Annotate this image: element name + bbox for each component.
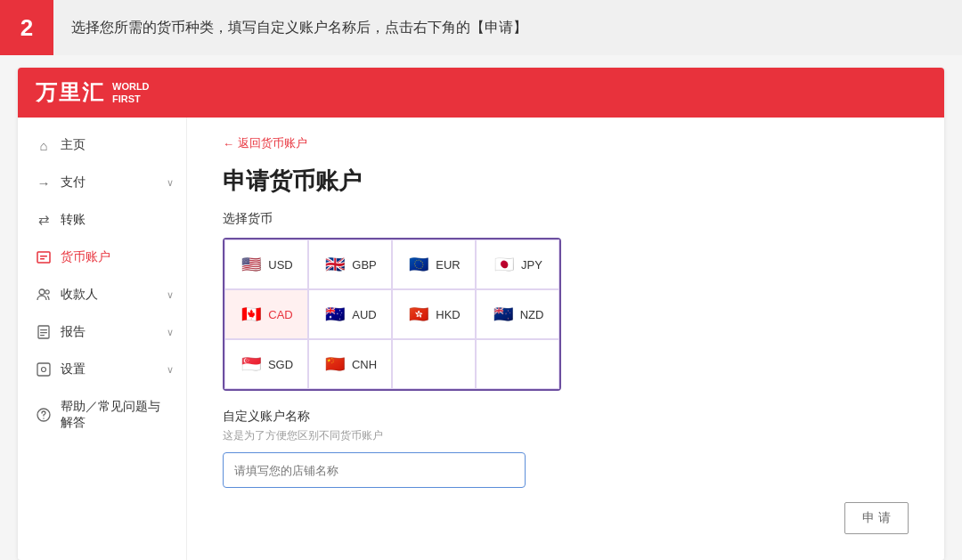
- home-icon: ⌂: [36, 137, 52, 153]
- flag-cad: 🇨🇦: [240, 303, 263, 326]
- flag-usd: 🇺🇸: [240, 253, 263, 276]
- chevron-down-icon-settings: ∨: [167, 364, 174, 376]
- back-link-text: 返回货币账户: [238, 135, 307, 151]
- currency-code-sgd: SGD: [268, 358, 293, 371]
- currency-code-aud: AUD: [352, 308, 376, 321]
- sidebar-item-settings[interactable]: 设置 ∨: [18, 351, 186, 388]
- currency-empty-2: [476, 339, 559, 389]
- svg-rect-2: [40, 258, 45, 260]
- currency-gbp[interactable]: 🇬🇧 GBP: [308, 239, 392, 289]
- main-content: ← 返回货币账户 申请货币账户 选择货币 🇺🇸 USD 🇬🇧 GBP: [187, 118, 944, 560]
- currency-section-label: 选择货币: [223, 211, 909, 227]
- flag-gbp: 🇬🇧: [323, 253, 346, 276]
- settings-icon: [36, 361, 52, 377]
- svg-rect-8: [40, 335, 45, 336]
- chevron-down-icon-reports: ∨: [167, 327, 174, 338]
- submit-button[interactable]: 申 请: [844, 502, 909, 534]
- sidebar-label-accounts: 货币账户: [61, 249, 110, 265]
- currency-code-eur: EUR: [436, 258, 460, 272]
- sidebar-label-transfer: 转账: [61, 212, 86, 228]
- currency-code-gbp: GBP: [352, 258, 376, 272]
- sidebar-label-settings: 设置: [61, 361, 86, 377]
- content-area: ⌂ 主页 → 支付 ∨ ⇄ 转账 货币账户: [18, 118, 944, 560]
- chevron-down-icon-recipients: ∨: [167, 289, 174, 301]
- currency-usd[interactable]: 🇺🇸 USD: [224, 239, 308, 289]
- sidebar-item-recipients[interactable]: 收款人 ∨: [18, 276, 186, 313]
- svg-rect-0: [37, 252, 50, 263]
- flag-sgd: 🇸🇬: [240, 353, 263, 376]
- back-link[interactable]: ← 返回货币账户: [223, 135, 909, 151]
- svg-rect-1: [40, 256, 47, 257]
- back-arrow-icon: ←: [223, 137, 234, 150]
- accounts-icon: [36, 249, 52, 265]
- app-wrapper: 万里汇 WORLD FIRST ⌂ 主页 → 支付 ∨ ⇄ 转账: [18, 68, 944, 560]
- svg-rect-7: [40, 332, 47, 333]
- sidebar-item-home[interactable]: ⌂ 主页: [18, 126, 186, 164]
- account-name-section: 自定义账户名称 这是为了方便您区别不同货币账户: [223, 409, 909, 488]
- currency-code-nzd: NZD: [520, 308, 544, 321]
- currency-cnh[interactable]: 🇨🇳 CNH: [308, 339, 392, 389]
- account-name-hint: 这是为了方便您区别不同货币账户: [223, 428, 909, 443]
- svg-point-4: [45, 290, 49, 294]
- sidebar-item-accounts[interactable]: 货币账户: [18, 239, 186, 276]
- brand-logo-cn: 万里汇: [36, 78, 105, 107]
- currency-jpy[interactable]: 🇯🇵 JPY: [476, 239, 559, 289]
- sidebar-item-transfer[interactable]: ⇄ 转账: [18, 201, 186, 239]
- currency-aud[interactable]: 🇦🇺 AUD: [308, 289, 392, 339]
- help-icon: [36, 407, 52, 423]
- account-name-input[interactable]: [223, 452, 526, 488]
- currency-code-hkd: HKD: [436, 308, 460, 321]
- sidebar-label-help: 帮助／常见问题与解答: [61, 399, 168, 431]
- instruction-text: 选择您所需的货币种类，填写自定义账户名称后，点击右下角的【申请】: [71, 19, 527, 37]
- recipients-icon: [36, 287, 52, 303]
- sidebar: ⌂ 主页 → 支付 ∨ ⇄ 转账 货币账户: [18, 118, 187, 560]
- instruction-number: 2: [0, 0, 53, 55]
- flag-nzd: 🇳🇿: [492, 303, 515, 326]
- submit-area: 申 请: [223, 502, 909, 534]
- svg-rect-6: [40, 329, 47, 330]
- sidebar-label-home: 主页: [61, 137, 86, 153]
- flag-aud: 🇦🇺: [323, 303, 346, 326]
- currency-code-cad: CAD: [268, 308, 292, 321]
- flag-eur: 🇪🇺: [407, 253, 430, 276]
- account-name-label: 自定义账户名称: [223, 409, 909, 425]
- transfer-icon: ⇄: [36, 212, 52, 228]
- flag-jpy: 🇯🇵: [493, 253, 516, 276]
- page-title: 申请货币账户: [223, 166, 909, 197]
- svg-point-3: [39, 289, 45, 295]
- sidebar-label-reports: 报告: [61, 324, 86, 340]
- currency-hkd[interactable]: 🇭🇰 HKD: [392, 289, 476, 339]
- sidebar-label-pay: 支付: [61, 174, 86, 191]
- flag-hkd: 🇭🇰: [407, 303, 430, 326]
- currency-nzd[interactable]: 🇳🇿 NZD: [476, 289, 559, 339]
- brand-header: 万里汇 WORLD FIRST: [18, 68, 944, 118]
- brand-logo-en: WORLD FIRST: [112, 80, 150, 106]
- currency-sgd[interactable]: 🇸🇬 SGD: [224, 339, 308, 389]
- currency-empty-1: [392, 339, 476, 389]
- svg-point-10: [42, 368, 46, 372]
- svg-rect-9: [37, 363, 50, 376]
- currency-cad[interactable]: 🇨🇦 CAD: [224, 289, 308, 339]
- instruction-bar: 2 选择您所需的货币种类，填写自定义账户名称后，点击右下角的【申请】: [0, 0, 962, 55]
- currency-code-cnh: CNH: [352, 358, 377, 371]
- currency-code-usd: USD: [268, 258, 292, 272]
- currency-grid: 🇺🇸 USD 🇬🇧 GBP 🇪🇺 EUR 🇯🇵 JPY 🇨�: [223, 238, 561, 391]
- pay-icon: →: [36, 174, 52, 191]
- currency-eur[interactable]: 🇪🇺 EUR: [392, 239, 476, 289]
- sidebar-item-pay[interactable]: → 支付 ∨: [18, 164, 186, 201]
- reports-icon: [36, 324, 52, 340]
- flag-cnh: 🇨🇳: [323, 353, 346, 376]
- svg-point-12: [43, 418, 44, 418]
- sidebar-label-recipients: 收款人: [61, 287, 98, 303]
- chevron-down-icon: ∨: [167, 177, 174, 189]
- currency-code-jpy: JPY: [521, 258, 542, 272]
- sidebar-item-help[interactable]: 帮助／常见问题与解答: [18, 388, 186, 442]
- sidebar-item-reports[interactable]: 报告 ∨: [18, 313, 186, 351]
